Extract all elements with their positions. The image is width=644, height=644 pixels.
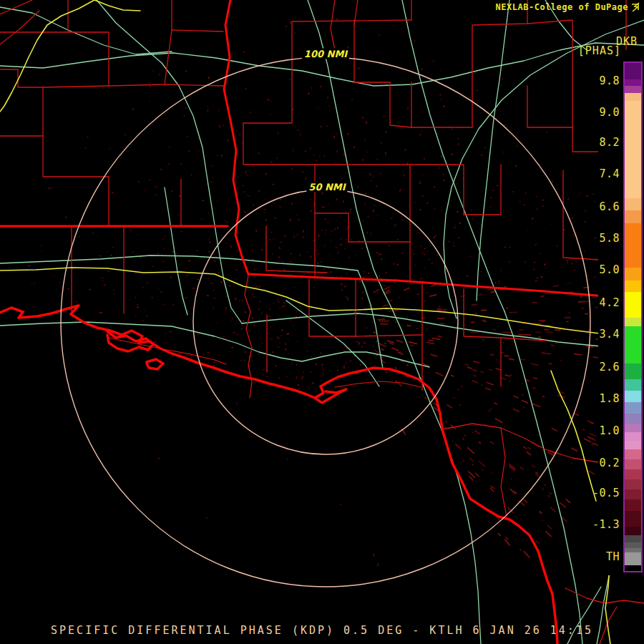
roads-green [0, 0, 644, 644]
scale-value-label: TH [606, 550, 620, 563]
scale-value-label: 9.0 [599, 106, 620, 119]
colorbar-segment [625, 565, 641, 571]
colorbar-segment [625, 489, 641, 499]
colorbar-segment [625, 469, 641, 479]
site-brand: NEXLAB-College of DuPage [496, 2, 640, 12]
colorbar-segment [625, 326, 641, 364]
colorbar-segment [625, 402, 641, 414]
colorbar [623, 62, 643, 572]
scale-value-label: 0.2 [599, 457, 620, 469]
scale-value-label: 4.2 [599, 296, 620, 309]
colorbar-segment [625, 79, 641, 86]
colorbar-segment [625, 449, 641, 459]
scale-value-label: 6.6 [599, 200, 620, 213]
colorbar-segment [625, 101, 641, 198]
scale-value-label: 5.8 [599, 232, 620, 245]
colorbar-segment [625, 318, 641, 326]
scale-value-label: 1.8 [599, 392, 620, 405]
colorbar-segment [625, 364, 641, 379]
brand-text: NEXLAB-College of DuPage [496, 2, 628, 12]
colorbar-phase-label: [PHAS] [578, 44, 621, 57]
scale-value-label: 8.2 [599, 136, 620, 149]
scale-value-label: -0.5 [592, 487, 620, 499]
coastline [0, 306, 557, 644]
colorbar-segment [625, 552, 641, 565]
colorbar-segment [625, 223, 641, 268]
colorbar-segment [625, 511, 641, 527]
radar-viewport: 9.89.08.27.46.65.85.04.23.42.61.81.00.2-… [0, 0, 644, 644]
colorbar-segment [625, 210, 641, 223]
range-ring-label: 50 NMI [306, 182, 347, 192]
colorbar-segment [625, 268, 641, 280]
colorbar-segment [625, 499, 641, 511]
colorbar-segment [625, 93, 641, 101]
colorbar-segment [625, 432, 641, 441]
colorbar-segment [625, 424, 641, 432]
scale-value-label: 7.4 [599, 167, 620, 180]
product-title: SPECIFIC DIFFERENTIAL PHASE (KDP) 0.5 DE… [0, 624, 644, 637]
colorbar-segment [625, 535, 641, 542]
scale-value-label: -1.3 [592, 518, 620, 531]
colorbar-segment [625, 414, 641, 424]
colorbar-segment [625, 280, 641, 292]
state-borders [0, 0, 605, 296]
scale-value-label: 2.6 [599, 361, 620, 374]
cod-logo-icon [630, 2, 640, 12]
colorbar-segment [625, 198, 641, 210]
counties [0, 0, 644, 644]
scale-value-label: 9.8 [599, 74, 620, 87]
scale-value-label: 3.4 [599, 328, 620, 341]
colorbar-segment [625, 379, 641, 391]
colorbar-segment [625, 479, 641, 489]
range-ring-label: 100 NMI [302, 49, 349, 59]
colorbar-segment [625, 527, 641, 535]
colorbar-segment [625, 86, 641, 93]
colorbar-segment [625, 391, 641, 402]
range-rings [61, 57, 590, 587]
scale-value-label: 5.0 [599, 263, 620, 276]
colorbar-segment [625, 459, 641, 469]
scale-value-label: 1.0 [599, 424, 620, 437]
colorbar-segment [625, 63, 641, 79]
colorbar-segment [625, 441, 641, 449]
colorbar-segment [625, 292, 641, 318]
colorbar-segment [625, 542, 641, 548]
radar-map [0, 0, 644, 644]
radar-echo-noise [24, 19, 602, 566]
